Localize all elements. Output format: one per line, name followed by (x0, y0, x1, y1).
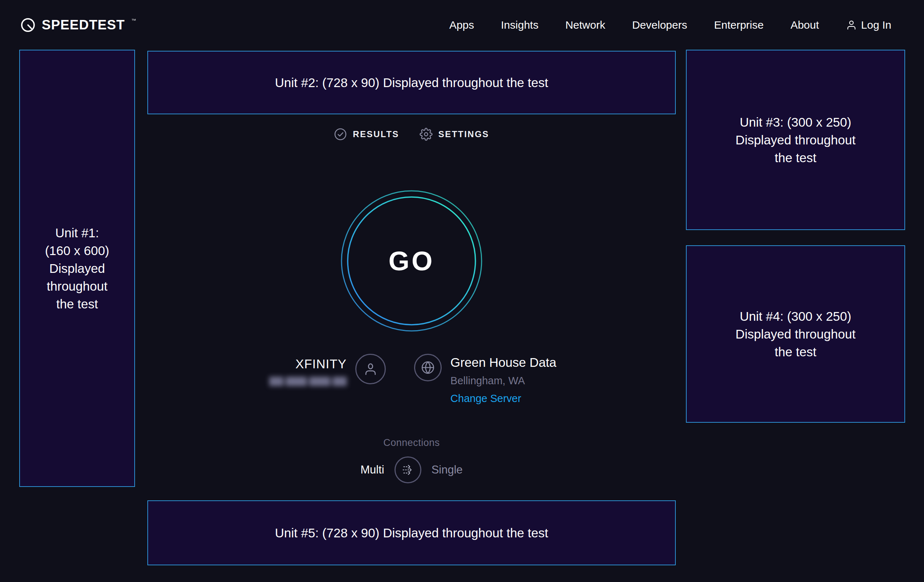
connection-meta: XFINITY ▇▇.▇▇▇.▇▇▇.▇▇ (267, 354, 556, 405)
ad-unit-1-line: Displayed (50, 259, 105, 277)
server-globe-icon (414, 354, 442, 381)
connections-mode-toggle[interactable] (394, 457, 421, 483)
server-info: Green House Data Bellingham, WA Change S… (414, 354, 556, 405)
logo[interactable]: SPEEDTEST ™ (20, 17, 136, 33)
globe-icon (420, 360, 436, 375)
tab-settings-label: SETTINGS (439, 129, 489, 139)
result-settings-tabs: RESULTS SETTINGS (334, 128, 489, 141)
ad-unit-3-line: the test (775, 149, 817, 167)
ad-unit-4-line: Displayed throughout (736, 325, 856, 343)
server-location: Bellingham, WA (450, 375, 556, 387)
isp-name: XFINITY (267, 357, 346, 371)
ad-unit-4-line: the test (775, 343, 817, 361)
ad-unit-4-line: Unit #4: (300 x 250) (740, 307, 851, 325)
main-nav: Apps Insights Network Developers Enterpr… (449, 19, 891, 31)
ad-unit-5: Unit #5: (728 x 90) Displayed throughout… (147, 500, 676, 565)
gear-icon (419, 128, 432, 141)
tab-results-label: RESULTS (353, 129, 399, 139)
login-label: Log In (861, 19, 891, 31)
server-text: Green House Data Bellingham, WA Change S… (450, 355, 556, 405)
ad-unit-2-text: Unit #2: (728 x 90) Displayed throughout… (275, 74, 548, 91)
ad-unit-1: Unit #1: (160 x 600) Displayed throughou… (19, 50, 135, 487)
test-panel: RESULTS SETTINGS (147, 128, 676, 483)
go-button-rings (340, 190, 483, 332)
nav-item-login[interactable]: Log In (846, 19, 891, 31)
ad-unit-3-line: Displayed throughout (736, 131, 856, 149)
user-icon (363, 361, 378, 377)
isp-text: XFINITY ▇▇.▇▇▇.▇▇▇.▇▇ (267, 357, 346, 386)
nav-item-enterprise[interactable]: Enterprise (714, 19, 764, 31)
nav-item-apps[interactable]: Apps (449, 19, 474, 31)
nav-item-insights[interactable]: Insights (501, 19, 538, 31)
ad-unit-5-text: Unit #5: (728 x 90) Displayed throughout… (275, 524, 548, 542)
ad-unit-3: Unit #3: (300 x 250) Displayed throughou… (686, 50, 905, 230)
connections-single-option[interactable]: Single (432, 463, 463, 476)
nav-item-about[interactable]: About (790, 19, 819, 31)
check-circle-icon (334, 128, 347, 141)
ad-unit-1-line: the test (56, 295, 98, 313)
connections-toggle: Multi Single (360, 457, 463, 483)
isp-ip-redacted: ▇▇.▇▇▇.▇▇▇.▇▇ (267, 376, 346, 386)
tab-results[interactable]: RESULTS (334, 128, 399, 141)
ad-unit-4: Unit #4: (300 x 250) Displayed throughou… (686, 245, 905, 423)
trademark-mark: ™ (131, 18, 136, 23)
connections-section: Connections Multi Single (360, 437, 463, 483)
connections-multi-option[interactable]: Multi (360, 463, 384, 476)
brand-name: SPEEDTEST (42, 17, 125, 33)
nav-item-developers[interactable]: Developers (632, 19, 687, 31)
go-button[interactable]: GO (340, 190, 483, 332)
isp-user-icon (355, 354, 386, 384)
user-icon (846, 20, 857, 30)
ad-unit-1-line: throughout (47, 277, 107, 295)
connections-label: Connections (383, 437, 440, 448)
speedtest-gauge-icon (20, 17, 36, 33)
ad-unit-3-line: Unit #3: (300 x 250) (740, 113, 851, 131)
speedtest-page: SPEEDTEST ™ Apps Insights Network Develo… (0, 0, 924, 582)
ad-unit-1-line: Unit #1: (55, 224, 99, 242)
tab-settings[interactable]: SETTINGS (419, 128, 489, 141)
nav-item-network[interactable]: Network (566, 19, 606, 31)
server-name: Green House Data (450, 355, 556, 370)
isp-info: XFINITY ▇▇.▇▇▇.▇▇▇.▇▇ (267, 354, 386, 386)
ad-unit-1-line: (160 x 600) (45, 242, 109, 259)
multi-arrows-icon (399, 462, 416, 478)
ad-unit-2: Unit #2: (728 x 90) Displayed throughout… (147, 51, 676, 114)
change-server-link[interactable]: Change Server (450, 392, 521, 405)
top-nav: SPEEDTEST ™ Apps Insights Network Develo… (0, 0, 924, 50)
